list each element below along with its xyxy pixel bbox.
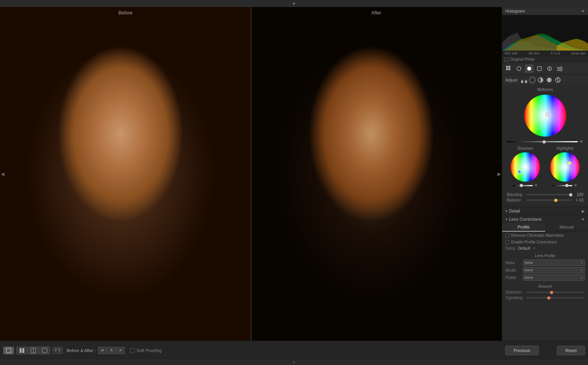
highlights-luminance-slider[interactable] [552, 185, 572, 186]
balance-row: Balance + 13 [507, 198, 583, 202]
filled-circle-tool-icon[interactable] [525, 64, 534, 73]
lens-corrections-section-header[interactable]: ■ Lens Corrections ▼ [502, 215, 588, 223]
detail-section-title: Detail [509, 209, 520, 213]
view-loop-btn[interactable] [39, 347, 50, 354]
reset-button[interactable]: Reset [557, 346, 585, 355]
detail-section-arrow[interactable]: ▶ [582, 209, 585, 213]
shadows-luminance-thumb[interactable] [520, 184, 523, 187]
before-after-swap-btn[interactable]: ⇌ [116, 347, 125, 354]
lens-tab-profile[interactable]: Profile [502, 223, 545, 232]
model-row: Model None ▼ [505, 267, 585, 273]
circle-outline-tool-icon[interactable] [545, 64, 554, 73]
histogram-canvas [502, 15, 588, 51]
shadows-eye-icon[interactable]: 👁 [534, 183, 538, 187]
setup-value: Default [518, 246, 530, 251]
midtones-color-wheel[interactable] [524, 94, 567, 137]
detail-collapse-icon: ■ [505, 209, 507, 213]
original-photo-row[interactable]: Original Photo [502, 56, 588, 63]
balance-slider[interactable] [526, 200, 572, 201]
lens-tabs: Profile Manual [502, 223, 588, 232]
view-single-btn[interactable] [3, 347, 14, 354]
shadows-color-wheel[interactable] [510, 151, 541, 183]
vignetting-slider[interactable] [527, 297, 585, 298]
adjust-circle-icon[interactable] [529, 77, 535, 83]
svg-point-13 [560, 67, 562, 68]
setup-arrow[interactable]: ▼ [533, 247, 536, 250]
histogram-info: ISO 100 50 mm f / 1.8 1/xxx sec [502, 51, 588, 56]
side-arrow-right[interactable]: ▶ [497, 171, 501, 177]
svg-point-17 [547, 78, 552, 82]
midtones-luminance-slider[interactable] [507, 141, 578, 142]
square-tool-icon[interactable] [535, 64, 544, 73]
midtones-luminance-thumb[interactable] [543, 140, 546, 143]
photo-area: Before After ◀ ▶ [0, 7, 502, 341]
setup-row[interactable]: Setup Default ▼ [502, 245, 588, 252]
lens-tab-manual[interactable]: Manual [545, 223, 588, 232]
shadows-luminance-slider[interactable] [513, 185, 533, 186]
before-after-left-right-btn[interactable]: ⇄ [98, 347, 107, 354]
before-label: Before [0, 10, 251, 16]
shadows-wheel-container: Shadows [510, 146, 541, 188]
model-label: Model [505, 268, 523, 272]
highlights-color-wheel[interactable] [549, 151, 581, 183]
view-mode-select[interactable]: Y Y [53, 347, 63, 354]
remove-ca-checkbox[interactable] [505, 234, 509, 238]
detail-header-left: ■ Detail [505, 209, 520, 213]
svg-point-5 [517, 67, 521, 71]
model-select[interactable]: None ▼ [523, 267, 585, 273]
view-grid-btn[interactable] [16, 347, 27, 354]
adjust-contrast-icon[interactable] [554, 76, 561, 84]
photo-divider [251, 7, 251, 341]
midtones-eye-icon[interactable]: 👁 [579, 140, 583, 144]
previous-button[interactable]: Previous [505, 346, 539, 355]
circle-tool-icon[interactable] [515, 64, 523, 73]
midtones-wheel-svg [524, 94, 567, 137]
photo-after [251, 7, 502, 341]
svg-point-26 [518, 170, 521, 173]
portrait-before-overlay [0, 7, 251, 341]
balance-thumb[interactable] [554, 199, 557, 202]
adjust-drops-icon[interactable] [521, 76, 528, 84]
lens-collapse-icon: ■ [505, 217, 507, 221]
original-photo-checkbox[interactable] [505, 58, 508, 62]
side-arrow-left[interactable]: ◀ [1, 171, 4, 177]
enable-profile-row[interactable]: Enable Profile Corrections [502, 239, 588, 245]
top-bar: ▼ [0, 0, 588, 7]
photo-before [0, 7, 251, 341]
make-select[interactable]: None ▼ [523, 260, 585, 266]
view-compare-btn[interactable] [28, 347, 39, 354]
color-wheels-section: Midtones [502, 85, 588, 207]
blending-thumb[interactable] [569, 193, 572, 196]
profile-select[interactable]: None ▼ [523, 274, 585, 281]
enable-profile-checkbox[interactable] [505, 240, 509, 244]
adjust-half-circle-icon[interactable] [537, 76, 544, 84]
distortion-thumb[interactable] [550, 291, 553, 294]
distortion-slider[interactable] [527, 292, 585, 293]
soft-proof-checkbox[interactable] [130, 348, 135, 353]
distortion-row: Distortion [505, 290, 585, 294]
highlights-luminance-thumb[interactable] [565, 184, 568, 187]
adjust-full-circle-icon[interactable] [546, 76, 553, 84]
lens-section-arrow[interactable]: ▼ [581, 217, 585, 222]
midtones-wheel-container[interactable] [504, 94, 586, 137]
blending-balance-section: Blending 100 Balance + 13 [504, 190, 586, 205]
vignetting-thumb[interactable] [547, 296, 550, 300]
histogram-collapse-arrow[interactable]: ▼ [581, 9, 585, 13]
vy-label[interactable]: Y Y [53, 347, 63, 354]
histogram-header[interactable]: Histogram ▼ [502, 7, 588, 15]
make-row: Make None ▼ [505, 260, 585, 266]
blending-label: Blending [507, 192, 526, 197]
detail-section-header[interactable]: ■ Detail ▶ [502, 207, 588, 215]
svg-point-14 [558, 68, 559, 70]
before-after-top-bottom-btn[interactable]: ⇅ [107, 347, 116, 354]
slider-tool-icon[interactable] [555, 64, 564, 73]
grid-tool-icon[interactable] [505, 64, 513, 73]
midtones-label: Midtones [504, 87, 586, 93]
shadows-wheel-svg [510, 151, 541, 183]
photo-labels: Before After [0, 10, 502, 16]
blending-slider[interactable] [526, 194, 572, 195]
highlights-eye-icon[interactable]: 👁 [574, 183, 577, 187]
lens-profile-section: Lens Profile Make None ▼ Model None ▼ Pr… [502, 252, 588, 283]
blending-value: 100 [572, 192, 583, 197]
remove-ca-row[interactable]: Remove Chromatic Aberration [502, 232, 588, 239]
